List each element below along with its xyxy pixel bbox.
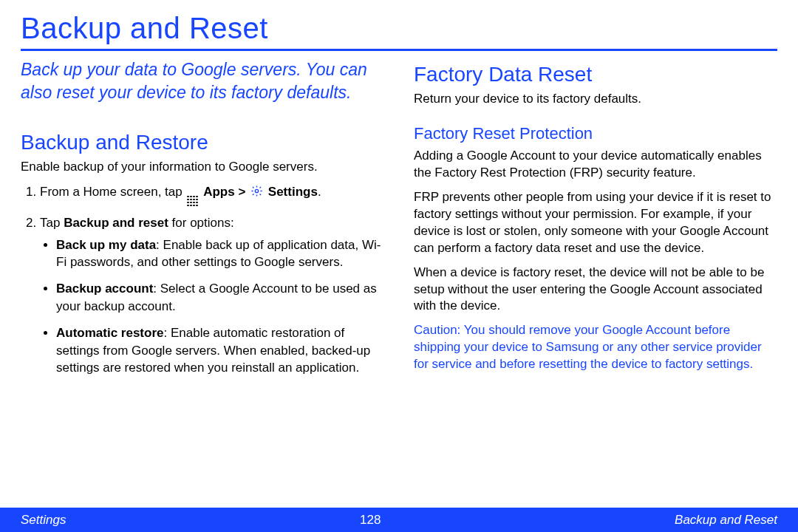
gt-separator: > (235, 185, 249, 199)
page-title: Backup and Reset (21, 12, 777, 44)
step1-pre: From a Home screen, tap (40, 185, 185, 199)
factory-reset-heading: Factory Data Reset (414, 63, 777, 86)
step2-bold: Backup and reset (64, 216, 168, 230)
footer-page-number: 128 (360, 513, 381, 528)
caution-label: Caution (414, 323, 457, 337)
footer-left: Settings (21, 513, 66, 528)
step-1: From a Home screen, tap Apps > Settings. (40, 183, 384, 207)
step2-pre: Tap (40, 216, 64, 230)
settings-label: Settings (268, 185, 318, 199)
backup-restore-lead: Enable backup of your information to Goo… (21, 159, 384, 176)
factory-reset-lead: Return your device to its factory defaul… (414, 91, 777, 108)
step1-post: . (318, 185, 321, 199)
title-divider (21, 49, 777, 51)
apps-icon (187, 196, 198, 207)
caution-body-text: : You should remove your Google Account … (414, 323, 762, 371)
backup-restore-heading: Backup and Restore (21, 131, 384, 154)
options-list: Back up my data: Enable back up of appli… (40, 236, 384, 378)
content-columns: Back up your data to Google servers. You… (21, 58, 777, 386)
option-automatic-restore: Automatic restore: Enable automatic rest… (56, 324, 384, 377)
frp-heading: Factory Reset Protection (414, 124, 777, 143)
right-column: Factory Data Reset Return your device to… (414, 58, 777, 386)
left-column: Back up your data to Google servers. You… (21, 58, 384, 386)
document-page: Backup and Reset Back up your data to Go… (0, 0, 798, 532)
b3-bold: Automatic restore (56, 326, 163, 340)
option-backup-account: Backup account: Select a Google Account … (56, 280, 384, 316)
step-2: Tap Backup and reset for options: Back u… (40, 214, 384, 377)
caution-paragraph: Caution: You should remove your Google A… (414, 322, 777, 373)
page-footer: Settings 128 Backup and Reset (0, 508, 798, 532)
b1-bold: Back up my data (56, 238, 156, 252)
frp-p1: Adding a Google Account to your device a… (414, 148, 777, 182)
b2-bold: Backup account (56, 282, 153, 296)
footer-right: Backup and Reset (675, 513, 777, 528)
intro-text: Back up your data to Google servers. You… (21, 58, 384, 104)
settings-icon (250, 185, 263, 197)
svg-point-0 (255, 189, 258, 192)
frp-p2: FRP prevents other people from using you… (414, 189, 777, 257)
apps-label: Apps (203, 185, 235, 199)
step2-post: for options: (168, 216, 234, 230)
backup-steps-list: From a Home screen, tap Apps > Settings.… (21, 183, 384, 377)
option-backup-my-data: Back up my data: Enable back up of appli… (56, 236, 384, 272)
frp-p3: When a device is factory reset, the devi… (414, 265, 777, 316)
